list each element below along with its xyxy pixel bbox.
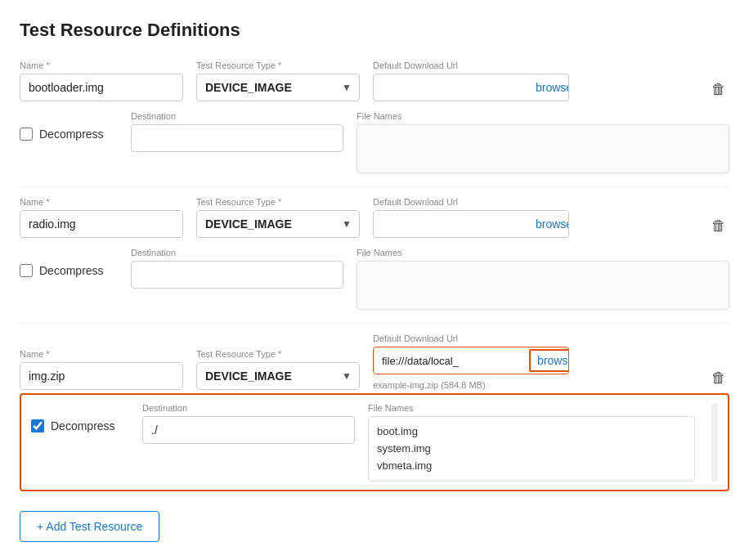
decompress-check-2: Decompress: [20, 248, 118, 277]
resource-block-2: Name *Test Resource Type *DEVICE_IMAGECO…: [20, 197, 729, 324]
url-input-2[interactable]: [374, 212, 527, 237]
url-label-2: Default Download Url: [373, 197, 569, 207]
type-field-group-1: Test Resource Type *DEVICE_IMAGECONFIGSC…: [196, 60, 360, 101]
url-wrapper-1: browse: [373, 74, 569, 101]
url-field-group-2: Default Download Urlbrowse: [373, 197, 569, 238]
url-label-1: Default Download Url: [373, 60, 569, 70]
url-input-1[interactable]: [374, 75, 527, 101]
destination-input-2[interactable]: [131, 261, 343, 289]
filenames-field-group-1: File Names: [357, 111, 729, 173]
decompress-row-1: DecompressDestinationFile Names: [20, 105, 729, 180]
decompress-label-1[interactable]: Decompress: [39, 128, 104, 141]
destination-label-1: Destination: [131, 111, 343, 121]
url-field-group-3: Default Download Urlbrowseexample-img.zi…: [373, 334, 569, 390]
destination-input-1[interactable]: [131, 124, 343, 152]
filenames-label-1: File Names: [357, 111, 729, 121]
delete-button-2[interactable]: 🗑: [708, 212, 729, 240]
url-label-3: Default Download Url: [373, 334, 569, 343]
decompress-label-3[interactable]: Decompress: [51, 419, 115, 432]
filenames-content-3: boot.imgsystem.imgvbmeta.img: [368, 416, 695, 482]
name-label-2: Name *: [20, 197, 183, 207]
filenames-empty-1: [357, 124, 729, 173]
delete-button-3[interactable]: 🗑: [708, 364, 729, 392]
url-wrapper-2: browse: [373, 210, 569, 238]
browse-button-1[interactable]: browse: [527, 74, 569, 101]
scrollbar-3: [711, 403, 718, 482]
name-input-3[interactable]: [20, 362, 183, 390]
name-field-group-1: Name *: [20, 60, 183, 101]
type-select-2[interactable]: DEVICE_IMAGECONFIGSCRIPT: [196, 210, 360, 238]
resource-block-1: Name *Test Resource Type *DEVICE_IMAGECO…: [20, 60, 729, 187]
add-test-resource-button[interactable]: + Add Test Resource: [20, 511, 159, 542]
filenames-label-3: File Names: [368, 403, 695, 413]
type-select-3[interactable]: DEVICE_IMAGECONFIGSCRIPT: [196, 362, 360, 390]
destination-label-3: Destination: [142, 403, 355, 413]
name-field-group-3: Name *: [20, 349, 183, 390]
type-select-1[interactable]: DEVICE_IMAGECONFIGSCRIPT: [196, 74, 360, 101]
name-field-group-2: Name *: [20, 197, 183, 238]
type-label-1: Test Resource Type *: [196, 60, 360, 70]
decompress-check-1: Decompress: [20, 111, 118, 141]
name-label-3: Name *: [20, 349, 183, 359]
destination-field-group-2: Destination: [131, 248, 343, 289]
decompress-check-3: Decompress: [31, 403, 129, 432]
type-label-2: Test Resource Type *: [196, 197, 360, 207]
url-wrapper-3: browse: [373, 347, 569, 374]
name-input-2[interactable]: [20, 210, 183, 238]
decompress-checkbox-2[interactable]: [20, 264, 33, 277]
filenames-field-group-2: File Names: [357, 248, 729, 310]
destination-field-group-3: Destination: [142, 403, 355, 444]
destination-label-2: Destination: [131, 248, 343, 258]
type-label-3: Test Resource Type *: [196, 349, 360, 359]
file-info-3: example-img.zip (584.8 MB): [373, 380, 569, 390]
type-field-group-2: Test Resource Type *DEVICE_IMAGECONFIGSC…: [196, 197, 360, 238]
delete-button-1[interactable]: 🗑: [708, 75, 729, 103]
filenames-field-group-3: File Namesboot.imgsystem.imgvbmeta.img: [368, 403, 695, 482]
destination-field-group-1: Destination: [131, 111, 343, 152]
resource-block-3: Name *Test Resource Type *DEVICE_IMAGECO…: [20, 334, 729, 491]
browse-button-2[interactable]: browse: [527, 211, 569, 237]
name-input-1[interactable]: [20, 74, 183, 101]
decompress-checkbox-3[interactable]: [31, 419, 44, 432]
decompress-row-3: DecompressDestinationFile Namesboot.imgs…: [20, 393, 729, 491]
decompress-checkbox-1[interactable]: [20, 128, 33, 141]
resources-container: Name *Test Resource Type *DEVICE_IMAGECO…: [20, 60, 729, 491]
url-field-group-1: Default Download Urlbrowse: [373, 60, 569, 101]
type-field-group-3: Test Resource Type *DEVICE_IMAGECONFIGSC…: [196, 349, 360, 390]
filenames-empty-2: [357, 261, 729, 310]
name-label-1: Name *: [20, 60, 183, 70]
page-title: Test Resource Definitions: [20, 20, 729, 41]
url-input-3[interactable]: [374, 348, 527, 374]
browse-button-3[interactable]: browse: [529, 349, 569, 372]
filenames-label-2: File Names: [357, 248, 729, 258]
destination-input-3[interactable]: [142, 416, 355, 444]
decompress-label-2[interactable]: Decompress: [39, 264, 104, 277]
decompress-row-2: DecompressDestinationFile Names: [20, 241, 729, 316]
